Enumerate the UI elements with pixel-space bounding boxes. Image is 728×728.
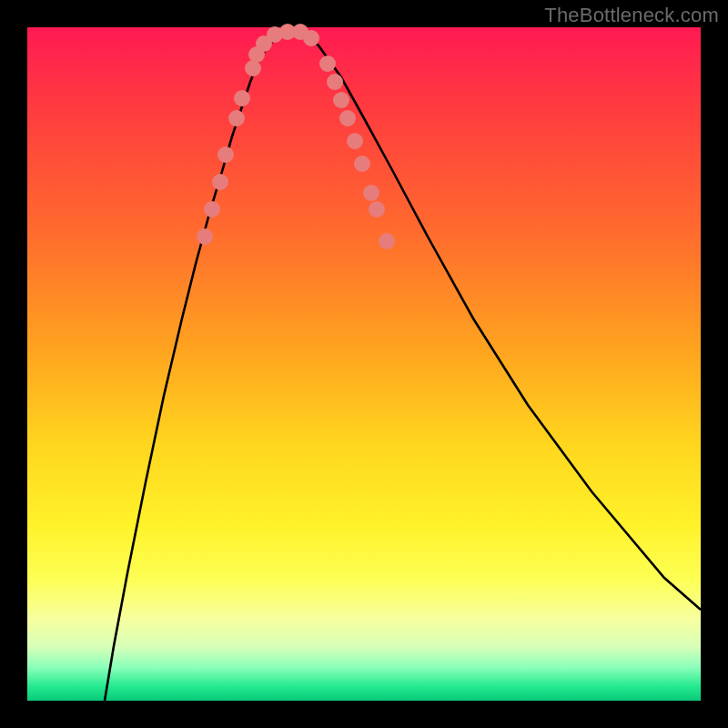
marker-point — [319, 56, 336, 72]
marker-point — [217, 147, 234, 163]
chart-frame: TheBottleneck.com — [0, 0, 728, 728]
marker-point — [339, 110, 356, 126]
marker-point — [369, 201, 385, 217]
marker-point — [234, 90, 250, 106]
marker-point — [197, 228, 213, 245]
marker-point — [347, 133, 363, 149]
marker-point — [363, 185, 379, 201]
highlighted-points-group — [197, 24, 395, 249]
marker-point — [333, 92, 349, 108]
chart-svg — [27, 27, 701, 701]
marker-point — [204, 201, 220, 217]
bottleneck-curve — [105, 32, 701, 701]
marker-point — [212, 174, 228, 190]
marker-point — [354, 156, 370, 172]
marker-point — [379, 233, 395, 249]
plot-area — [27, 27, 701, 701]
marker-point — [303, 30, 319, 46]
marker-point — [228, 110, 245, 126]
marker-point — [327, 74, 343, 90]
watermark-text: TheBottleneck.com — [544, 4, 719, 27]
